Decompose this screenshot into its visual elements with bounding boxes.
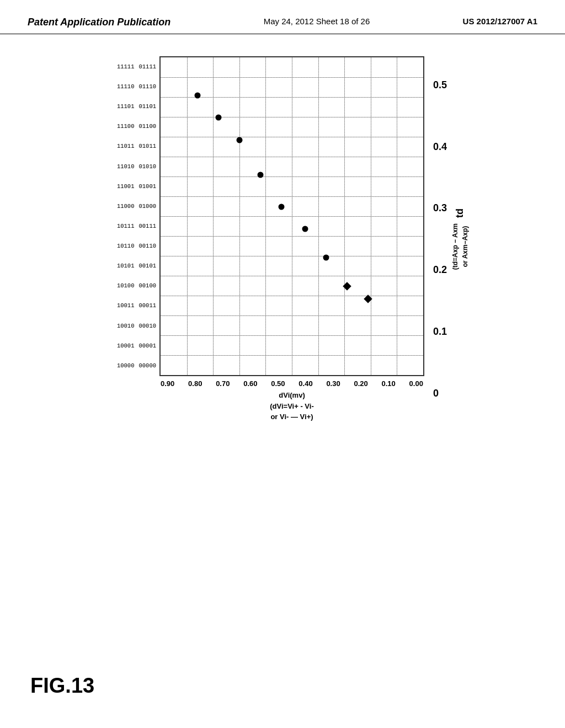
data-point: [302, 226, 308, 232]
y-numeric-label: 0.4: [433, 141, 447, 153]
x-axis-section: 0.900.800.700.600.500.400.300.200.100.00…: [159, 376, 424, 422]
x-label: 0.50: [271, 379, 285, 388]
x-axis-title: dVi(mv) (dVi=Vi+ - Vi- or Vi- — Vi+): [159, 390, 424, 422]
y-binary-label: 1100101001: [117, 183, 156, 190]
data-point: [323, 254, 329, 260]
y-axis-title: (td=Axp − Axmor Axm−Axp): [450, 223, 470, 270]
data-point: [257, 172, 263, 178]
x-label: 0.80: [188, 379, 202, 388]
y-numeric-label: 0.5: [433, 79, 447, 91]
chart-container: 0.900.800.700.600.500.400.300.200.100.00…: [159, 56, 470, 422]
header: Patent Application Publication May 24, 2…: [0, 0, 565, 34]
grid-line-horizontal: [161, 236, 423, 237]
x-label: 0.90: [161, 379, 174, 388]
y-binary-label: 1111001110: [117, 83, 156, 90]
y-binary-label: 1011100111: [117, 222, 156, 230]
grid-line-horizontal: [161, 296, 423, 296]
grid-line-horizontal: [161, 176, 423, 177]
y-binary-label: 1100001000: [117, 202, 156, 210]
data-point: [236, 137, 242, 143]
grid-line-horizontal: [161, 77, 423, 78]
y-numeric-label: 0.2: [433, 264, 447, 276]
x-label: 0.30: [326, 379, 340, 388]
grid-line-horizontal: [161, 137, 423, 137]
x-label: 0.40: [299, 379, 312, 388]
x-label: 0.20: [354, 379, 367, 388]
grid-line-horizontal: [161, 315, 423, 316]
x-label: 0.10: [382, 379, 396, 388]
y-axis-td-label: td: [454, 208, 466, 218]
y-binary-labels: 1111101111111100111011101011011110001100…: [117, 56, 156, 376]
figure-label: FIG.13: [30, 674, 94, 698]
data-point: [194, 93, 200, 99]
y-binary-label: 1010000100: [117, 282, 156, 290]
grid-line-horizontal: [161, 276, 423, 276]
grid-line-horizontal: [161, 97, 423, 98]
y-binary-label: 1001000010: [117, 322, 156, 330]
chart-grid: [159, 56, 424, 376]
y-binary-label: 1000100001: [117, 342, 156, 350]
grid-line-horizontal: [161, 216, 423, 217]
grid-line-horizontal: [161, 117, 423, 117]
data-point: [215, 115, 221, 121]
grid-line-horizontal: [161, 256, 423, 256]
y-binary-label: 1011000110: [117, 242, 156, 250]
y-binary-label: 1010100101: [117, 262, 156, 270]
grid-line-horizontal: [161, 355, 423, 356]
grid-line-horizontal: [161, 157, 423, 157]
y-numeric-label: 0.1: [433, 326, 447, 338]
y-numeric-label: 0: [433, 388, 447, 399]
x-label: 0.00: [409, 379, 423, 388]
y-binary-label: 1110001100: [117, 122, 156, 130]
publication-label: Patent Application Publication: [28, 17, 170, 28]
patent-number: US 2012/127007 A1: [463, 17, 537, 26]
grid-line-horizontal: [161, 335, 423, 336]
y-binary-label: 1111101111: [117, 63, 156, 71]
page: Patent Application Publication May 24, 2…: [0, 0, 565, 728]
x-label: 0.70: [216, 379, 230, 388]
data-point: [278, 204, 284, 210]
y-numeric-labels: 0.50.40.30.20.10: [433, 79, 447, 399]
y-binary-label: 1000000000: [117, 362, 156, 370]
y-binary-label: 1001100011: [117, 302, 156, 309]
x-label: 0.60: [243, 379, 257, 388]
y-binary-label: 1101101011: [117, 142, 156, 150]
y-binary-label: 1110101101: [117, 103, 156, 110]
x-axis-labels: 0.900.800.700.600.500.400.300.200.100.00: [159, 379, 424, 388]
y-numeric-label: 0.3: [433, 202, 447, 214]
grid-line-horizontal: [161, 196, 423, 197]
sheet-info: May 24, 2012 Sheet 18 of 26: [264, 17, 370, 26]
y-binary-label: 1101001010: [117, 163, 156, 170]
